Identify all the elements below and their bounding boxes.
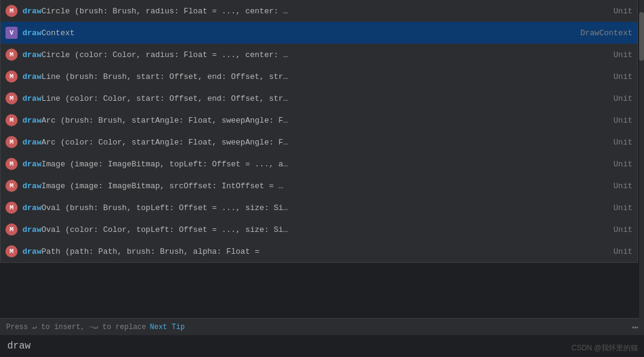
autocomplete-item[interactable]: MdrawPath (path: Path, brush: Brush, alp… — [1, 240, 637, 262]
method-icon: M — [5, 158, 18, 170]
autocomplete-item-return-type: Unit — [614, 225, 632, 234]
autocomplete-item[interactable]: MdrawImage (image: ImageBitmap, topLeft:… — [1, 153, 637, 175]
autocomplete-item-text: drawOval (brush: Brush, topLeft: Offset … — [22, 203, 606, 212]
scrollbar[interactable] — [639, 0, 644, 335]
method-icon: M — [5, 180, 18, 192]
autocomplete-item-return-type: Unit — [614, 182, 632, 191]
editor-current-text: draw — [7, 341, 30, 352]
method-icon: M — [5, 223, 18, 236]
autocomplete-item-text: drawContext — [22, 29, 573, 38]
method-icon: M — [5, 136, 18, 148]
method-icon: M — [5, 245, 18, 257]
autocomplete-item[interactable]: MdrawCircle (color: Color, radius: Float… — [1, 44, 637, 66]
autocomplete-item-return-type: Unit — [614, 116, 632, 125]
watermark: CSDN @我怀里的猫 — [571, 343, 638, 353]
autocomplete-item[interactable]: MdrawOval (color: Color, topLeft: Offset… — [1, 219, 637, 240]
autocomplete-item[interactable]: MdrawArc (brush: Brush, startAngle: Floa… — [1, 109, 637, 131]
method-icon: M — [5, 70, 18, 83]
dots-menu-button[interactable]: ⋯ — [632, 321, 638, 334]
autocomplete-item-text: drawImage (image: ImageBitmap, topLeft: … — [22, 160, 606, 169]
autocomplete-item-text: drawCircle (brush: Brush, radius: Float … — [22, 7, 606, 16]
variable-icon: V — [5, 27, 18, 39]
method-icon: M — [5, 5, 18, 17]
method-icon: M — [5, 202, 18, 214]
editor-input-line: draw — [0, 335, 644, 357]
method-icon: M — [5, 114, 18, 126]
autocomplete-item[interactable]: MdrawCircle (brush: Brush, radius: Float… — [1, 0, 637, 22]
method-icon: M — [5, 49, 18, 61]
autocomplete-item-return-type: Unit — [614, 50, 632, 59]
status-press-text: Press ↵ to insert, →↵ to replace — [6, 322, 146, 332]
autocomplete-item-text: drawOval (color: Color, topLeft: Offset … — [22, 225, 606, 234]
autocomplete-item[interactable]: VdrawContextDrawContext — [1, 22, 637, 44]
autocomplete-item-text: drawCircle (color: Color, radius: Float … — [22, 50, 606, 59]
autocomplete-item-return-type: Unit — [614, 160, 632, 169]
autocomplete-item-return-type: Unit — [614, 94, 632, 103]
autocomplete-item-text: drawImage (image: ImageBitmap, srcOffset… — [22, 182, 606, 191]
autocomplete-item-text: drawArc (brush: Brush, startAngle: Float… — [22, 116, 606, 125]
autocomplete-item-text: drawLine (color: Color, start: Offset, e… — [22, 94, 606, 103]
autocomplete-item-text: drawArc (color: Color, startAngle: Float… — [22, 138, 606, 147]
autocomplete-item-return-type: Unit — [614, 138, 632, 147]
status-bar: Press ↵ to insert, →↵ to replace Next Ti… — [0, 318, 644, 335]
autocomplete-item-return-type: Unit — [614, 72, 632, 81]
autocomplete-item-return-type: Unit — [614, 247, 632, 256]
autocomplete-item[interactable]: MdrawLine (color: Color, start: Offset, … — [1, 87, 637, 109]
autocomplete-item[interactable]: MdrawOval (brush: Brush, topLeft: Offset… — [1, 197, 637, 219]
method-icon: M — [5, 92, 18, 104]
autocomplete-item-text: drawLine (brush: Brush, start: Offset, e… — [22, 72, 606, 81]
autocomplete-item-return-type: DrawContext — [580, 29, 632, 38]
autocomplete-item[interactable]: MdrawImage (image: ImageBitmap, srcOffse… — [1, 175, 637, 197]
autocomplete-item-text: drawPath (path: Path, brush: Brush, alph… — [22, 247, 606, 256]
next-tip-button[interactable]: Next Tip — [149, 323, 185, 332]
autocomplete-item-return-type: Unit — [614, 203, 632, 212]
autocomplete-item-return-type: Unit — [614, 7, 632, 16]
autocomplete-popup: MdrawCircle (brush: Brush, radius: Float… — [0, 0, 638, 263]
autocomplete-item[interactable]: MdrawLine (brush: Brush, start: Offset, … — [1, 66, 637, 87]
scrollbar-thumb[interactable] — [639, 12, 644, 61]
autocomplete-item[interactable]: MdrawArc (color: Color, startAngle: Floa… — [1, 131, 637, 153]
